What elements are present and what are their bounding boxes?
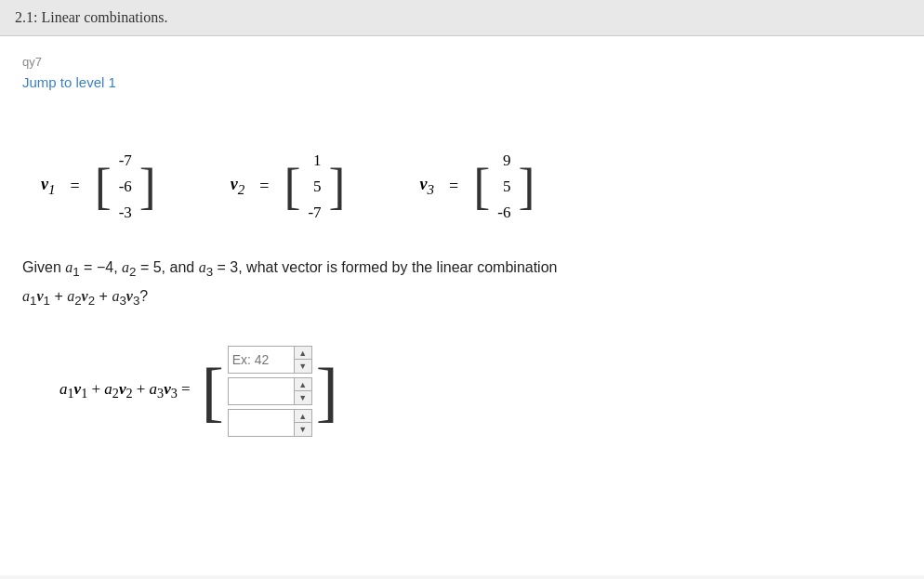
breadcrumb-label: qy7	[22, 55, 902, 69]
spinner-2-up[interactable]: ▲	[295, 378, 311, 391]
spinner-3: ▲ ▼	[294, 410, 311, 436]
description-line1: Given a1 = −4, a2 = 5, and a3 = 3, what …	[22, 255, 902, 283]
input-matrix: [ ▲ ▼ ▲ ▼	[202, 340, 338, 442]
jump-to-level-link[interactable]: Jump to level 1	[22, 74, 116, 90]
v3-row2: 5	[503, 176, 511, 198]
spinner-2-down[interactable]: ▼	[295, 391, 311, 404]
bracket-left-3: [	[473, 146, 490, 227]
equals-3: =	[449, 177, 458, 196]
spinner-1: ▲ ▼	[294, 347, 311, 373]
v2-row3: -7	[308, 202, 321, 224]
spinner-1-down[interactable]: ▼	[295, 360, 311, 373]
vector-3-label: v3	[420, 175, 435, 198]
bracket-left-2: [	[284, 146, 300, 227]
vector-1: v1 = [ -7 -6 -3 ]	[41, 146, 156, 227]
spinner-2: ▲ ▼	[294, 378, 311, 404]
page-title: 2.1: Linear combinations.	[15, 9, 167, 25]
spinner-1-up[interactable]: ▲	[295, 347, 311, 360]
input-row-2-wrapper[interactable]: ▲ ▼	[228, 377, 312, 405]
input-row-1-wrapper[interactable]: ▲ ▼	[228, 346, 312, 374]
bracket-right-3: ]	[518, 146, 535, 227]
vector-3-matrix: [ 9 5 -6 ]	[473, 146, 535, 227]
vector-1-matrix: [ -7 -6 -3 ]	[95, 146, 156, 227]
v2-row1: 1	[313, 150, 322, 172]
vector-2: v2 = [ 1 5 -7 ]	[231, 146, 346, 227]
vector-2-values: 1 5 -7	[300, 146, 328, 227]
v2-row2: 5	[313, 176, 322, 198]
answer-equation-label: a1v1 + a2v2 + a3v3 =	[59, 380, 191, 401]
answer-row: a1v1 + a2v2 + a3v3 = [ ▲ ▼ ▲	[59, 340, 902, 442]
vector-1-label: v1	[41, 175, 56, 198]
input-bracket-right: ]	[316, 340, 338, 442]
description-line2: a1v1 + a2v2 + a3v3?	[22, 283, 902, 312]
input-row-3-wrapper[interactable]: ▲ ▼	[228, 409, 312, 437]
input-bracket-left: [	[202, 340, 224, 442]
vector-2-label: v2	[231, 175, 245, 198]
bracket-right-2: ]	[329, 146, 346, 227]
v1-row1: -7	[119, 150, 132, 172]
input-row-3[interactable]	[229, 410, 294, 436]
spinner-3-down[interactable]: ▼	[295, 423, 311, 436]
v1-row3: -3	[119, 202, 132, 224]
v1-row2: -6	[119, 176, 132, 198]
input-row-2[interactable]	[229, 378, 294, 404]
top-bar: 2.1: Linear combinations.	[0, 0, 924, 36]
description: Given a1 = −4, a2 = 5, and a3 = 3, what …	[22, 255, 902, 312]
input-fields: ▲ ▼ ▲ ▼ ▲ ▼	[224, 340, 316, 442]
input-row-1[interactable]	[229, 347, 294, 373]
equals-1: =	[71, 177, 80, 196]
spinner-3-up[interactable]: ▲	[295, 410, 311, 423]
vector-3: v3 = [ 9 5 -6 ]	[420, 146, 535, 227]
bracket-right-1: ]	[139, 146, 156, 227]
main-content: qy7 Jump to level 1 v1 = [ -7 -6 -3 ] v2	[0, 36, 924, 575]
vector-3-values: 9 5 -6	[490, 146, 518, 227]
v3-row1: 9	[503, 150, 511, 172]
vectors-row: v1 = [ -7 -6 -3 ] v2 = [ 1	[41, 146, 902, 227]
bracket-left-1: [	[95, 146, 112, 227]
v3-row3: -6	[497, 202, 510, 224]
equals-2: =	[259, 177, 269, 196]
vector-2-matrix: [ 1 5 -7 ]	[284, 146, 345, 227]
vector-1-values: -7 -6 -3	[112, 146, 139, 227]
